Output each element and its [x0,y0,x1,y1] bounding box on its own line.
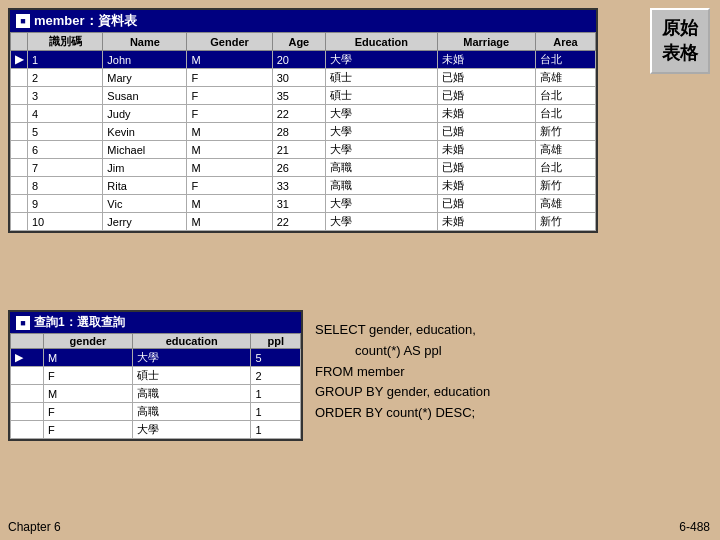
cell-age: 35 [272,87,325,105]
query-row[interactable]: ▶ M 大學 5 [11,349,301,367]
main-table-section: ■ member：資料表 識別碼 Name Gender Age Educati… [8,8,598,233]
cell-name: Mary [103,69,187,87]
cell-id: 4 [28,105,103,123]
query-result-table: gender education ppl ▶ M 大學 5 F 碩士 2 M 高… [10,333,301,439]
query-header-row: gender education ppl [11,334,301,349]
qcell-gender: M [44,349,133,367]
sql-code-box: SELECT gender, education, count(*) AS pp… [315,320,705,424]
sql-line4: GROUP BY gender, education [315,382,705,403]
row-indicator [11,123,28,141]
cell-age: 30 [272,69,325,87]
col-area[interactable]: Area [535,33,595,51]
table-row[interactable]: 9 Vic M 31 大學 已婚 高雄 [11,195,596,213]
cell-marriage: 未婚 [437,51,535,69]
table-row[interactable]: 10 Jerry M 22 大學 未婚 新竹 [11,213,596,231]
qcell-gender: F [44,421,133,439]
sql-line3: FROM member [315,362,705,383]
table-row[interactable]: 8 Rita F 33 高職 未婚 新竹 [11,177,596,195]
cell-gender: F [187,177,272,195]
table-row[interactable]: 4 Judy F 22 大學 未婚 台北 [11,105,596,123]
qcell-gender: M [44,385,133,403]
cell-name: Jim [103,159,187,177]
cell-age: 26 [272,159,325,177]
cell-gender: M [187,51,272,69]
query-row[interactable]: F 高職 1 [11,403,301,421]
cell-education: 碩士 [326,69,438,87]
qcell-ppl: 2 [251,367,301,385]
cell-age: 28 [272,123,325,141]
qrow-indicator [11,385,44,403]
cell-age: 22 [272,213,325,231]
cell-gender: F [187,69,272,87]
row-indicator [11,87,28,105]
cell-area: 高雄 [535,195,595,213]
col-name[interactable]: Name [103,33,187,51]
cell-marriage: 未婚 [437,213,535,231]
query-row[interactable]: F 碩士 2 [11,367,301,385]
cell-area: 台北 [535,105,595,123]
query-titlebar: ■ 查詢1：選取查詢 [10,312,301,333]
qrow-indicator [11,403,44,421]
row-indicator [11,159,28,177]
qcell-education: 高職 [132,385,251,403]
cell-id: 3 [28,87,103,105]
cell-name: John [103,51,187,69]
qcell-ppl: 1 [251,385,301,403]
query-row[interactable]: F 大學 1 [11,421,301,439]
col-marriage[interactable]: Marriage [437,33,535,51]
cell-age: 31 [272,195,325,213]
cell-area: 台北 [535,87,595,105]
table-row[interactable]: 6 Michael M 21 大學 未婚 高雄 [11,141,596,159]
table-row[interactable]: 5 Kevin M 28 大學 已婚 新竹 [11,123,596,141]
col-id[interactable]: 識別碼 [28,33,103,51]
row-indicator: ▶ [11,51,28,69]
row-indicator [11,69,28,87]
table-row[interactable]: 7 Jim M 26 高職 已婚 台北 [11,159,596,177]
col-age[interactable]: Age [272,33,325,51]
main-table-titlebar: ■ member：資料表 [10,10,596,32]
cell-education: 大學 [326,213,438,231]
row-indicator [11,195,28,213]
cell-gender: M [187,159,272,177]
cell-name: Michael [103,141,187,159]
cell-name: Vic [103,195,187,213]
col-education[interactable]: Education [326,33,438,51]
row-indicator [11,213,28,231]
col-gender[interactable]: Gender [187,33,272,51]
table-header-row: 識別碼 Name Gender Age Education Marriage A… [11,33,596,51]
query-row[interactable]: M 高職 1 [11,385,301,403]
row-indicator [11,177,28,195]
qcol-ppl[interactable]: ppl [251,334,301,349]
cell-age: 20 [272,51,325,69]
cell-marriage: 已婚 [437,123,535,141]
cell-id: 1 [28,51,103,69]
table-row[interactable]: 2 Mary F 30 碩士 已婚 高雄 [11,69,596,87]
query-icon: ■ [16,316,30,330]
qcol-gender[interactable]: gender [44,334,133,349]
cell-education: 高職 [326,177,438,195]
qcell-ppl: 5 [251,349,301,367]
qrow-indicator: ▶ [11,349,44,367]
cell-marriage: 已婚 [437,195,535,213]
cell-education: 大學 [326,195,438,213]
cell-education: 大學 [326,51,438,69]
section-label: 原始 表格 [650,8,710,74]
cell-education: 大學 [326,141,438,159]
row-indicator [11,105,28,123]
label-line2: 表格 [662,41,698,66]
footer-chapter: Chapter 6 [8,520,61,534]
qcell-ppl: 1 [251,421,301,439]
cell-id: 7 [28,159,103,177]
qrow-indicator [11,421,44,439]
cell-age: 33 [272,177,325,195]
cell-name: Rita [103,177,187,195]
cell-education: 高職 [326,159,438,177]
cell-gender: M [187,195,272,213]
qcol-education[interactable]: education [132,334,251,349]
main-table-title: member：資料表 [34,12,137,30]
query-table-section: ■ 查詢1：選取查詢 gender education ppl ▶ M 大學 5… [8,310,303,441]
table-row[interactable]: 3 Susan F 35 碩士 已婚 台北 [11,87,596,105]
qcell-education: 碩士 [132,367,251,385]
table-row[interactable]: ▶ 1 John M 20 大學 未婚 台北 [11,51,596,69]
qcell-gender: F [44,367,133,385]
